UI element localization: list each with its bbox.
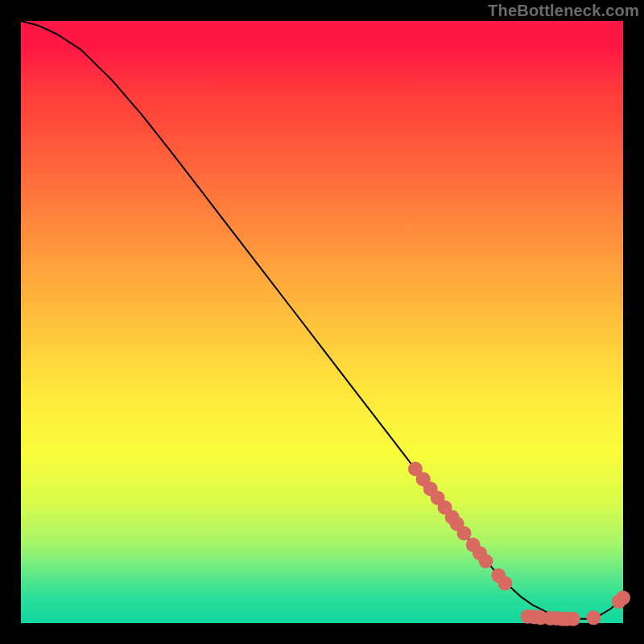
marker-dot — [616, 591, 630, 605]
chart-svg-layer — [0, 0, 644, 644]
marker-dot — [479, 554, 493, 568]
marker-dot — [497, 576, 512, 591]
chart-stage: TheBottleneck.com — [0, 0, 644, 644]
marker-dot — [457, 526, 472, 541]
chart-curve — [21, 21, 623, 619]
watermark-label: TheBottleneck.com — [488, 2, 639, 20]
marker-dot — [566, 612, 580, 626]
marker-dot — [586, 610, 601, 625]
curve-path — [21, 21, 623, 619]
chart-markers — [408, 462, 630, 626]
